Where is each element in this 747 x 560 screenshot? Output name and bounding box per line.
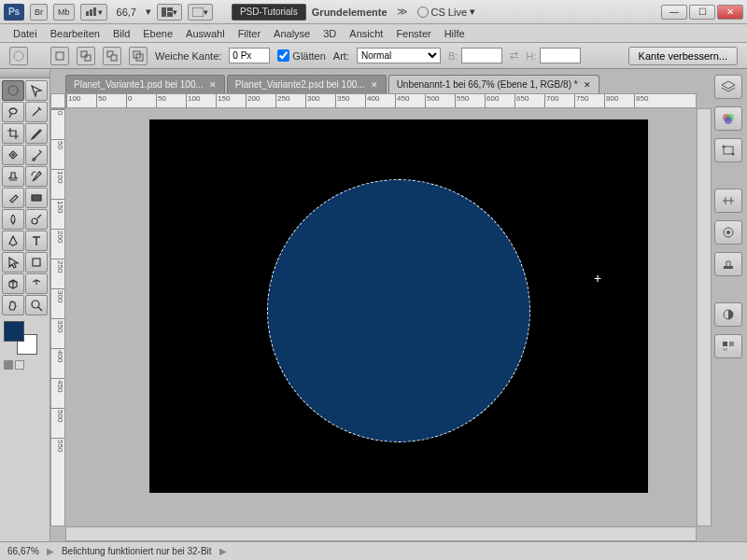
- close-icon[interactable]: ✕: [584, 80, 591, 90]
- style-label: Art:: [333, 50, 349, 62]
- svg-rect-5: [167, 12, 173, 17]
- svg-rect-18: [33, 259, 40, 266]
- blur-tool[interactable]: [2, 209, 24, 230]
- canvas-scroll-area[interactable]: +: [65, 108, 697, 526]
- cs-live-button[interactable]: CS Live ▾: [417, 6, 476, 18]
- ruler-origin[interactable]: [50, 93, 65, 108]
- gradient-tool[interactable]: [25, 188, 48, 208]
- eyedropper-tool[interactable]: [25, 123, 48, 144]
- scrollbar-vertical[interactable]: [697, 108, 712, 526]
- toolbox: [0, 69, 50, 541]
- selection-new-icon[interactable]: [50, 47, 69, 65]
- workspace-more-icon[interactable]: ≫: [393, 6, 412, 18]
- screen-mode-button[interactable]: ▾: [188, 4, 213, 21]
- menu-fenster[interactable]: Fenster: [396, 28, 430, 39]
- document-tab[interactable]: Unbenannt-1 bei 66,7% (Ebene 1, RGB/8) *…: [388, 75, 599, 93]
- svg-point-25: [732, 153, 735, 156]
- pen-tool[interactable]: [2, 231, 24, 251]
- type-tool[interactable]: [25, 231, 48, 251]
- menu-hilfe[interactable]: Hilfe: [444, 28, 465, 39]
- menu-bild[interactable]: Bild: [113, 28, 130, 39]
- hand-tool[interactable]: [2, 295, 24, 315]
- 3d-camera-tool[interactable]: [25, 273, 48, 294]
- window-maximize-button[interactable]: ☐: [689, 5, 715, 20]
- styles-panel-icon[interactable]: [714, 252, 742, 276]
- view-extras-button[interactable]: ▾: [80, 4, 107, 21]
- menu-bearbeiten[interactable]: Bearbeiten: [50, 28, 100, 39]
- move-tool[interactable]: [25, 80, 48, 101]
- window-minimize-button[interactable]: —: [661, 5, 687, 20]
- document-tab[interactable]: Planet_Variante2.psd bei 100...✕: [227, 75, 387, 93]
- lasso-tool[interactable]: [2, 102, 24, 122]
- channels-panel-icon[interactable]: [714, 106, 742, 131]
- paths-panel-icon[interactable]: [714, 138, 742, 162]
- workspace-psd-tutorials[interactable]: PSD-Tutorials: [232, 4, 306, 21]
- path-select-tool[interactable]: [2, 252, 24, 273]
- color-panel-icon[interactable]: [714, 302, 742, 327]
- feather-input[interactable]: [229, 48, 270, 63]
- layers-panel-icon[interactable]: [714, 75, 742, 99]
- antialias-checkbox[interactable]: Glätten: [277, 49, 325, 62]
- svg-rect-2: [93, 7, 96, 16]
- menu-3d[interactable]: 3D: [323, 28, 336, 39]
- close-icon[interactable]: ✕: [209, 80, 217, 90]
- document-tabs: Planet_Variante1.psd bei 100...✕ Planet_…: [50, 73, 712, 93]
- zoom-level[interactable]: 66,7: [113, 7, 140, 18]
- swatches-panel-icon[interactable]: [714, 334, 742, 358]
- menu-analyse[interactable]: Analyse: [274, 28, 310, 39]
- svg-point-15: [8, 86, 18, 95]
- zoom-tool[interactable]: [25, 295, 48, 315]
- style-select[interactable]: Normal: [357, 48, 441, 63]
- menu-filter[interactable]: Filter: [238, 28, 261, 39]
- elliptical-selection[interactable]: [267, 179, 530, 442]
- healing-tool[interactable]: [2, 145, 24, 165]
- shape-tool[interactable]: [25, 252, 48, 273]
- workspace-grundelemente[interactable]: Grundelemente: [312, 7, 388, 18]
- quickmask-icon[interactable]: [4, 360, 13, 370]
- ruler-horizontal[interactable]: 1005005010015020025030035040045050055060…: [65, 93, 697, 108]
- masks-panel-icon[interactable]: [714, 220, 742, 245]
- toolbox-grip[interactable]: [0, 69, 49, 78]
- menu-datei[interactable]: Datei: [13, 28, 37, 39]
- status-arrow-icon[interactable]: ▶: [47, 546, 54, 556]
- svg-rect-0: [86, 11, 89, 16]
- arrange-button[interactable]: ▾: [157, 4, 182, 21]
- wand-tool[interactable]: [25, 102, 48, 122]
- history-brush-tool[interactable]: [25, 166, 48, 187]
- status-message: Belichtung funktioniert nur bei 32-Bit: [62, 546, 212, 556]
- marquee-tool[interactable]: [2, 80, 24, 101]
- ruler-vertical[interactable]: 050100150200250300350400450500550: [50, 108, 65, 526]
- status-zoom[interactable]: 66,67%: [7, 546, 39, 556]
- svg-point-19: [32, 301, 39, 308]
- selection-intersect-icon[interactable]: [129, 47, 148, 65]
- adjustments-panel-icon[interactable]: [714, 189, 742, 213]
- eraser-tool[interactable]: [2, 188, 24, 208]
- document-tab[interactable]: Planet_Variante1.psd bei 100...✕: [65, 75, 225, 93]
- status-arrow-icon[interactable]: ▶: [219, 546, 227, 556]
- dodge-tool[interactable]: [25, 209, 48, 230]
- 3d-tool[interactable]: [2, 273, 24, 294]
- minibridge-button[interactable]: Mb: [53, 4, 75, 21]
- crop-tool[interactable]: [2, 123, 24, 144]
- scrollbar-horizontal[interactable]: [65, 526, 697, 541]
- brush-tool[interactable]: [25, 145, 48, 165]
- panel-dock: [712, 69, 747, 541]
- menu-ansicht[interactable]: Ansicht: [349, 28, 383, 39]
- close-icon[interactable]: ✕: [371, 80, 378, 90]
- window-close-button[interactable]: ✕: [717, 5, 743, 20]
- selection-add-icon[interactable]: [77, 47, 95, 65]
- stamp-tool[interactable]: [2, 166, 24, 187]
- foreground-color-swatch[interactable]: [4, 321, 24, 342]
- svg-point-17: [32, 218, 37, 224]
- refine-edge-button[interactable]: Kante verbessern...: [628, 47, 738, 65]
- selection-subtract-icon[interactable]: [103, 47, 121, 65]
- bridge-button[interactable]: Br: [30, 4, 48, 21]
- canvas[interactable]: +: [149, 119, 648, 493]
- svg-rect-8: [56, 52, 63, 60]
- title-bar: Ps Br Mb ▾ 66,7▾ ▾ ▾ PSD-Tutorials Grund…: [0, 0, 747, 24]
- feather-label: Weiche Kante:: [155, 50, 221, 62]
- screenmode-icon[interactable]: [15, 360, 24, 370]
- menu-auswahl[interactable]: Auswahl: [186, 28, 225, 39]
- menu-ebene[interactable]: Ebene: [143, 28, 173, 39]
- current-tool-icon[interactable]: [9, 47, 28, 65]
